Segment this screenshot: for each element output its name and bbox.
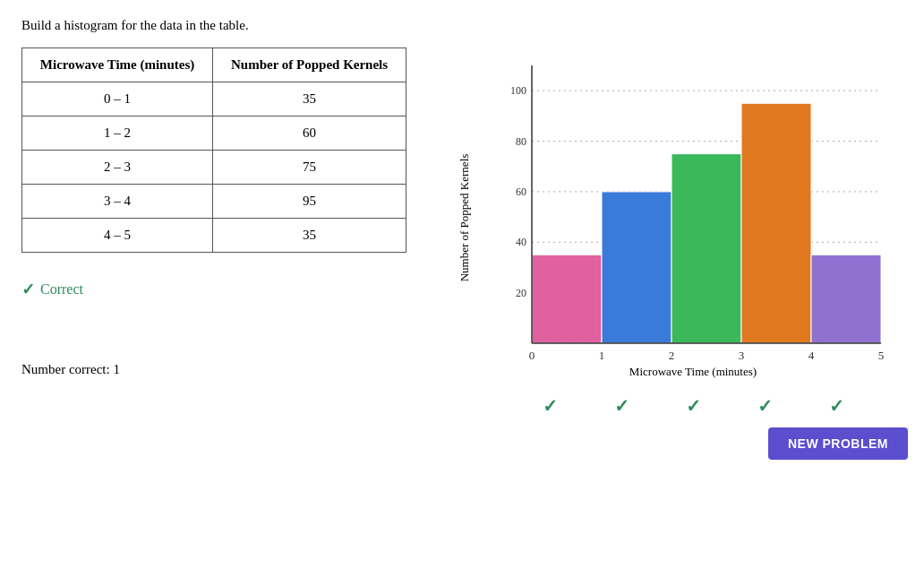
cell-time: 4 – 5	[22, 219, 213, 253]
histogram-svg: 20406080100012345	[496, 56, 890, 379]
svg-text:100: 100	[510, 84, 526, 97]
svg-text:60: 60	[516, 185, 526, 198]
right-panel: Number of Popped Kernels 204060801000123…	[442, 47, 908, 460]
svg-rect-12	[602, 192, 672, 343]
table-row: 3 – 495	[22, 185, 406, 219]
bar-checkmark-2: ✓	[686, 395, 701, 417]
svg-text:4: 4	[808, 349, 815, 362]
col-header-kernels: Number of Popped Kernels	[213, 48, 406, 82]
cell-kernels: 75	[213, 151, 406, 185]
svg-text:2: 2	[669, 349, 675, 362]
svg-text:3: 3	[739, 349, 745, 362]
svg-rect-14	[741, 103, 811, 343]
svg-rect-13	[672, 154, 741, 343]
cell-time: 1 – 2	[22, 116, 213, 151]
svg-rect-15	[811, 254, 881, 343]
main-layout: Microwave Time (minutes) Number of Poppe…	[21, 47, 903, 460]
cell-kernels: 60	[213, 116, 406, 151]
cell-time: 3 – 4	[22, 185, 213, 219]
cell-kernels: 95	[213, 185, 406, 219]
correct-checkmark: ✓	[21, 280, 35, 299]
correct-feedback: ✓ Correct	[21, 280, 415, 299]
svg-text:1: 1	[599, 349, 605, 362]
x-axis-label: Microwave Time (minutes)	[496, 365, 890, 379]
chart-container: Number of Popped Kernels 204060801000123…	[442, 47, 908, 424]
table-row: 4 – 535	[22, 219, 406, 253]
table-row: 0 – 135	[22, 82, 406, 116]
y-axis-label: Number of Popped Kernels	[442, 56, 487, 379]
cell-kernels: 35	[213, 82, 406, 116]
bar-checkmark-1: ✓	[614, 395, 629, 417]
left-panel: Microwave Time (minutes) Number of Poppe…	[21, 47, 415, 377]
svg-text:40: 40	[516, 236, 526, 248]
table-row: 1 – 260	[22, 116, 406, 151]
correct-label: Correct	[40, 281, 83, 298]
bottom-row: Number correct: 1	[21, 308, 415, 377]
svg-text:80: 80	[516, 135, 526, 148]
bar-checkmark-4: ✓	[829, 395, 844, 417]
col-header-time: Microwave Time (minutes)	[22, 48, 213, 82]
svg-text:5: 5	[878, 349, 885, 362]
cell-time: 0 – 1	[22, 82, 213, 116]
table-row: 2 – 375	[22, 151, 406, 185]
svg-text:20: 20	[516, 287, 526, 299]
chart-area: 20406080100012345	[496, 56, 890, 379]
new-problem-button[interactable]: NEW PROBLEM	[768, 427, 908, 460]
svg-text:0: 0	[529, 349, 535, 362]
bar-checkmark-3: ✓	[757, 395, 773, 417]
number-correct: Number correct: 1	[21, 362, 120, 377]
svg-rect-11	[532, 254, 602, 343]
checkmarks-row: ✓✓✓✓✓	[496, 395, 890, 417]
instruction: Build a histogram for the data in the ta…	[21, 18, 903, 33]
cell-kernels: 35	[213, 219, 406, 253]
data-table: Microwave Time (minutes) Number of Poppe…	[21, 47, 406, 253]
bar-checkmark-0: ✓	[543, 395, 558, 417]
cell-time: 2 – 3	[22, 151, 213, 185]
